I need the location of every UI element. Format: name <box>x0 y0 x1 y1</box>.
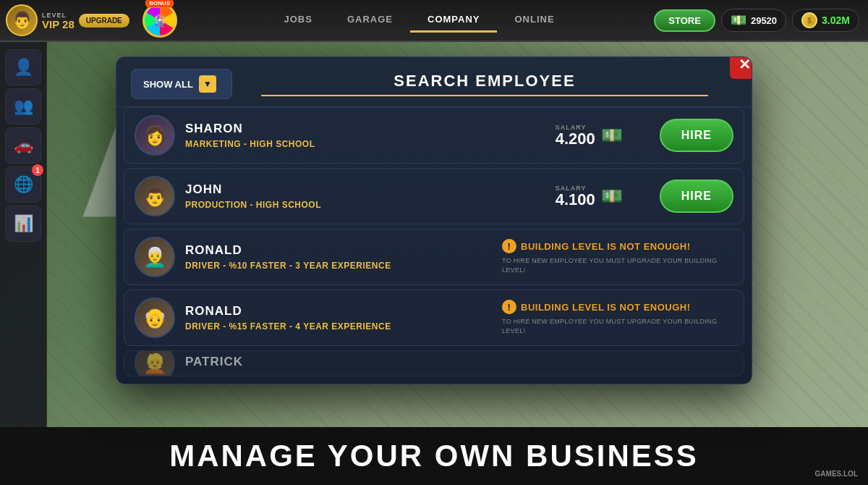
warning-section: ! BUILDING LEVEL IS NOT ENOUGH! TO HIRE … <box>502 239 733 274</box>
warning-description: TO HIRE NEW EMPLOYEE YOU MUST UPGRADE YO… <box>502 317 719 335</box>
sidebar-item-car[interactable]: 🚗 <box>5 127 41 164</box>
bonus-wheel[interactable]: 🎡 BONUS <box>141 1 179 39</box>
wheel-visual: 🎡 <box>142 3 177 38</box>
avatar-image: 👴 <box>143 307 166 329</box>
hire-button[interactable]: HIRE <box>660 180 733 213</box>
warning-description: TO HIRE NEW EMPLOYEE YOU MUST UPGRADE YO… <box>502 256 719 274</box>
salary-section: SALARY 4.100 💵 <box>556 185 650 208</box>
avatar-image: 👩 <box>143 125 166 147</box>
employee-info: RONALD DRIVER - %15 FASTER - 4 YEAR EXPE… <box>185 304 492 332</box>
warning-title-text: BUILDING LEVEL IS NOT ENOUGH! <box>521 241 691 252</box>
warning-title-text: BUILDING LEVEL IS NOT ENOUGH! <box>521 302 691 313</box>
avatar-image: 👱 <box>143 353 166 375</box>
games-lol-logo: GAMES.LOL <box>815 470 858 478</box>
employee-info: RONALD DRIVER - %10 FASTER - 3 YEAR EXPE… <box>185 243 492 271</box>
employee-name: PATRICK <box>185 355 733 369</box>
tab-jobs[interactable]: JOBS <box>267 8 330 33</box>
bonus-label: BONUS <box>145 0 174 8</box>
search-employee-modal: SHOW ALL ▼ SEARCH EMPLOYEE ✕ 👩 SHARON MA… <box>116 56 752 384</box>
banner-text: MANAGE YOUR OWN BUSINESS <box>169 439 699 473</box>
vip-label: VIP 28 <box>42 19 75 30</box>
close-modal-button[interactable]: ✕ <box>730 56 752 79</box>
warning-icon: ! <box>502 239 516 253</box>
tab-online[interactable]: ONLINE <box>497 8 571 33</box>
nav-tabs: JOBS GARAGE COMPANY ONLINE <box>184 8 655 33</box>
employee-info: JOHN PRODUCTION - HIGH SCHOOL <box>185 182 545 210</box>
store-area: STORE 💵 29520 $ 3.02M <box>654 9 868 32</box>
table-row: 👨‍🦳 RONALD DRIVER - %10 FASTER - 3 YEAR … <box>124 229 744 285</box>
sidebar-item-profile[interactable]: 👤 <box>5 49 41 85</box>
player-avatar[interactable]: 👨 <box>6 4 38 36</box>
map-notification: 1 <box>32 164 43 176</box>
employee-name: RONALD <box>185 243 492 258</box>
nav-bar: 👨 LEVEL VIP 28 UPGRADE 🎡 BONUS JOBS GARA… <box>0 0 868 42</box>
money-icon: 💵 <box>601 125 623 146</box>
level-badge: LEVEL VIP 28 <box>42 12 75 30</box>
salary-section: SALARY 4.200 💵 <box>556 124 650 147</box>
employee-avatar: 👨‍🦳 <box>135 237 175 277</box>
bottom-banner: MANAGE YOUR OWN BUSINESS GAMES.LOL <box>0 427 868 485</box>
avatar-image: 👨‍🦳 <box>143 246 166 269</box>
employee-avatar: 👱 <box>135 350 175 376</box>
store-button[interactable]: STORE <box>654 9 715 32</box>
employee-avatar: 👴 <box>135 298 175 338</box>
upgrade-button[interactable]: UPGRADE <box>79 14 129 28</box>
employee-role: PRODUCTION - HIGH SCHOOL <box>185 200 545 210</box>
employee-info: SHARON MARKETING - HIGH SCHOOL <box>185 122 545 149</box>
table-row: 👩 SHARON MARKETING - HIGH SCHOOL SALARY … <box>124 107 744 164</box>
employee-name: RONALD <box>185 304 492 319</box>
warning-title: ! BUILDING LEVEL IS NOT ENOUGH! <box>502 239 691 253</box>
filter-label: SHOW ALL <box>143 79 193 90</box>
employee-avatar: 👩 <box>135 115 175 156</box>
employee-list: 👩 SHARON MARKETING - HIGH SCHOOL SALARY … <box>116 107 752 384</box>
table-row: 👨 JOHN PRODUCTION - HIGH SCHOOL SALARY 4… <box>124 168 744 224</box>
sidebar-item-map[interactable]: 🌐 1 <box>5 166 41 203</box>
left-sidebar: 👤 👥 🚗 🌐 1 📊 <box>0 42 47 427</box>
modal-title: SEARCH EMPLOYEE <box>261 72 708 96</box>
stats-icon: 📊 <box>14 214 33 233</box>
player-info: 👨 LEVEL VIP 28 UPGRADE <box>0 4 135 36</box>
employee-name: JOHN <box>185 182 545 197</box>
table-row: 👱 PATRICK <box>124 350 744 376</box>
warning-title: ! BUILDING LEVEL IS NOT ENOUGH! <box>502 300 691 314</box>
warning-section: ! BUILDING LEVEL IS NOT ENOUGH! TO HIRE … <box>502 300 733 335</box>
employee-role: DRIVER - %15 FASTER - 4 YEAR EXPERIENCE <box>185 321 492 332</box>
employee-role: MARKETING - HIGH SCHOOL <box>185 139 545 149</box>
dropdown-arrow-icon: ▼ <box>199 75 216 93</box>
tab-garage[interactable]: GARAGE <box>330 8 410 33</box>
modal-overlay: SHOW ALL ▼ SEARCH EMPLOYEE ✕ 👩 SHARON MA… <box>47 42 821 427</box>
warning-icon: ! <box>502 300 516 314</box>
table-row: 👴 RONALD DRIVER - %15 FASTER - 4 YEAR EX… <box>124 290 744 346</box>
profile-icon: 👤 <box>14 58 33 77</box>
employee-avatar: 👨 <box>135 176 175 216</box>
salary-amount: 4.200 <box>556 130 595 148</box>
gold-amount: 3.02M <box>822 14 850 26</box>
money-icon: 💵 <box>601 186 623 206</box>
avatar-emoji: 👨 <box>12 11 32 30</box>
modal-header: SHOW ALL ▼ SEARCH EMPLOYEE ✕ <box>116 57 752 107</box>
employee-role: DRIVER - %10 FASTER - 3 YEAR EXPERIENCE <box>185 261 492 271</box>
gold-display: $ 3.02M <box>792 9 859 32</box>
salary-amount: 4.100 <box>556 190 595 208</box>
filter-dropdown[interactable]: SHOW ALL ▼ <box>131 69 232 99</box>
employee-name: SHARON <box>185 122 545 136</box>
level-label: LEVEL <box>42 12 67 19</box>
sidebar-item-stats[interactable]: 📊 <box>5 206 41 242</box>
cash-display: 💵 29520 <box>721 9 786 32</box>
sidebar-item-team[interactable]: 👥 <box>5 88 41 125</box>
avatar-image: 👨 <box>143 185 166 208</box>
map-icon: 🌐 <box>14 175 33 194</box>
hire-button[interactable]: HIRE <box>660 119 733 152</box>
car-icon: 🚗 <box>14 136 33 155</box>
employee-info: PATRICK <box>185 355 733 372</box>
team-icon: 👥 <box>14 97 33 116</box>
coin-icon: $ <box>801 12 817 28</box>
cash-amount: 29520 <box>751 15 777 26</box>
tab-company[interactable]: COMPANY <box>410 8 497 33</box>
